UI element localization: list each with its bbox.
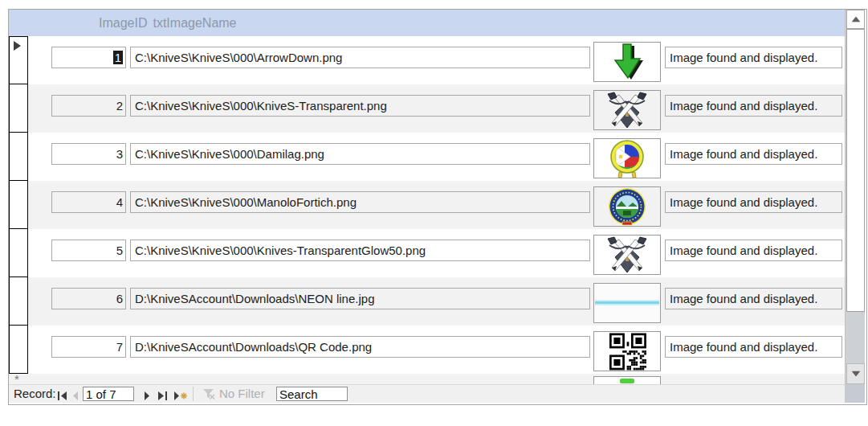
- status-field[interactable]: Image found and displayed.: [665, 95, 842, 117]
- nav-separator: [193, 387, 194, 401]
- record-selector[interactable]: [9, 326, 28, 374]
- last-record-button[interactable]: [157, 389, 168, 403]
- scroll-down-icon: [851, 371, 860, 377]
- qr-code-image: [594, 332, 660, 371]
- record-navigation-bar: Record: No Filter: [9, 384, 845, 403]
- records-area: 1 C:\KniveS\KniveS\000\ArrowDown.png Ima…: [9, 36, 845, 384]
- record-selector[interactable]: [9, 84, 28, 133]
- header-label-txtimagename: txtImageName: [153, 16, 236, 30]
- access-form-window: ImageIDtxtImageName 1 C:\KniveS\KniveS\0…: [8, 9, 867, 405]
- image-frame: [593, 186, 661, 227]
- scrollbar-thumb[interactable]: [846, 29, 865, 312]
- image-path-field[interactable]: C:\KniveS\KniveS\000\Knives-TransparentG…: [130, 240, 590, 261]
- record-row: 3 C:\KniveS\KniveS\000\Damilag.png: [9, 133, 845, 181]
- partial-image-sliver: [620, 379, 634, 383]
- status-field[interactable]: Image found and displayed.: [665, 336, 842, 358]
- image-id-field[interactable]: 3: [51, 143, 126, 165]
- status-field[interactable]: Image found and displayed.: [665, 143, 842, 165]
- record-row: 1 C:\KniveS\KniveS\000\ArrowDown.png Ima…: [9, 36, 845, 84]
- last-record-icon: [157, 391, 168, 400]
- current-record-icon: [14, 41, 21, 51]
- new-record-icon: *: [14, 374, 19, 384]
- search-input[interactable]: [276, 387, 348, 401]
- scroll-up-button[interactable]: [846, 10, 865, 29]
- previous-record-button[interactable]: [72, 389, 79, 403]
- manolo-fortich-seal-image: [594, 187, 660, 226]
- image-path-field[interactable]: D:\KniveSAccount\Downloads\NEON line.jpg: [130, 288, 590, 309]
- image-id-field[interactable]: 4: [51, 191, 126, 213]
- image-path-field[interactable]: C:\KniveS\KniveS\000\KniveS-Transparent.…: [130, 95, 590, 117]
- image-id-field[interactable]: 7: [51, 336, 126, 358]
- record-selector[interactable]: [9, 181, 28, 229]
- record-selector[interactable]: [9, 277, 28, 326]
- image-frame: [593, 283, 661, 323]
- status-field[interactable]: Image found and displayed.: [665, 288, 842, 309]
- new-record-image-frame: [593, 376, 661, 384]
- image-frame: [593, 90, 661, 130]
- image-path-field[interactable]: C:\KniveS\KniveS\000\ArrowDown.png: [130, 47, 590, 68]
- status-field[interactable]: Image found and displayed.: [665, 191, 842, 213]
- record-selector[interactable]: [9, 36, 28, 84]
- image-path-field[interactable]: D:\KniveSAccount\Downloads\QR Code.png: [130, 336, 590, 358]
- neon-line-image: [594, 284, 660, 322]
- next-record-button[interactable]: [144, 389, 150, 403]
- image-frame: [593, 331, 661, 371]
- status-field[interactable]: Image found and displayed.: [665, 47, 842, 68]
- image-frame: [593, 138, 661, 178]
- record-row: 6 D:\KniveSAccount\Downloads\NEON line.j…: [9, 277, 845, 326]
- record-position-input[interactable]: [83, 387, 134, 401]
- first-record-button[interactable]: [57, 389, 67, 403]
- new-record-icon: [173, 391, 188, 400]
- record-row: 2 C:\KniveS\KniveS\000\KniveS-Transparen…: [9, 84, 845, 133]
- knives-logo-image: [594, 91, 660, 129]
- image-id-field[interactable]: 5: [51, 240, 126, 261]
- vertical-scrollbar[interactable]: [845, 10, 865, 384]
- new-record-row: *: [9, 374, 845, 384]
- previous-record-icon: [72, 391, 79, 400]
- image-path-field[interactable]: C:\KniveS\KniveS\000\ManoloFortich.png: [130, 191, 590, 213]
- filter-indicator[interactable]: [202, 388, 216, 403]
- first-record-icon: [57, 391, 67, 400]
- damilag-seal-image: [594, 139, 660, 178]
- form-header: ImageIDtxtImageName: [9, 10, 845, 36]
- image-id-field[interactable]: 1: [51, 47, 126, 68]
- arrow-down-image: [594, 43, 660, 81]
- new-record-button[interactable]: [173, 389, 188, 403]
- image-id-field[interactable]: 2: [51, 95, 126, 117]
- header-label-imageid: ImageID: [99, 16, 147, 30]
- record-row: 5 C:\KniveS\KniveS\000\Knives-Transparen…: [9, 229, 845, 277]
- record-row: 4 C:\KniveS\KniveS\000\ManoloFortich.png: [9, 181, 845, 229]
- next-record-icon: [144, 391, 150, 400]
- record-label: Record:: [14, 385, 56, 403]
- record-selector[interactable]: [9, 133, 28, 181]
- image-path-field[interactable]: C:\KniveS\KniveS\000\Damilag.png: [130, 143, 590, 165]
- image-frame: [593, 235, 661, 275]
- knives-glow-image: [594, 236, 660, 274]
- header-labels: ImageIDtxtImageName: [99, 10, 242, 36]
- scroll-down-button[interactable]: [846, 363, 865, 384]
- record-row: 7 D:\KniveSAccount\Downloads\QR Code.png…: [9, 326, 845, 374]
- record-selector[interactable]: [9, 229, 28, 277]
- image-frame: [593, 42, 661, 82]
- scrollbar-corner: [845, 384, 865, 403]
- image-id-field[interactable]: 6: [51, 288, 126, 309]
- status-field[interactable]: Image found and displayed.: [665, 240, 842, 261]
- no-filter-label: No Filter: [219, 385, 265, 403]
- scroll-up-icon: [851, 17, 860, 23]
- no-filter-icon: [202, 388, 216, 399]
